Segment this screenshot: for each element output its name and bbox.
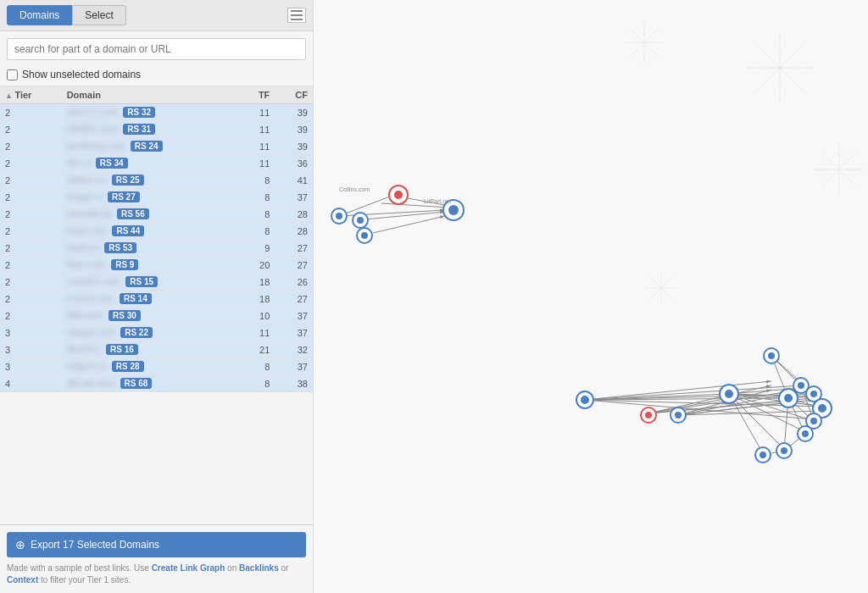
col-tf[interactable]: TF <box>239 86 275 104</box>
svg-rect-0 <box>291 10 303 12</box>
cell-cf: 27 <box>275 257 313 274</box>
table-row[interactable]: 2 creed11.com RS 15 18 26 <box>0 274 313 291</box>
table-row[interactable]: 3 fillot23.c RS 16 21 32 <box>0 341 313 358</box>
svg-rect-2 <box>291 19 303 20</box>
table-row[interactable]: 2 ooo171.com RS 32 11 39 <box>0 104 313 121</box>
cell-tier: 2 <box>0 138 62 155</box>
show-unselected-checkbox[interactable] <box>7 69 18 80</box>
svg-point-112 <box>781 447 787 454</box>
cell-tf: 18 <box>239 274 275 291</box>
cell-domain: napark.com RS 22 <box>62 324 239 341</box>
cell-cf: 28 <box>275 223 313 240</box>
cell-cf: 37 <box>275 308 313 324</box>
cell-cf: 37 <box>275 358 313 375</box>
svg-point-45 <box>361 232 368 239</box>
table-body: 2 ooo171.com RS 32 11 39 2 560691.com RS… <box>0 104 313 392</box>
cell-tier: 2 <box>0 308 62 324</box>
table-row[interactable]: 2 edition.co RS 25 8 41 <box>0 172 313 189</box>
cell-tier: 2 <box>0 155 62 172</box>
rs-badge: RS 32 <box>123 107 155 118</box>
footer-or: or <box>279 563 289 573</box>
table-row[interactable]: 2 draper.vl RS 27 8 37 <box>0 189 313 206</box>
backlinks-link[interactable]: Backlinks <box>239 563 279 573</box>
table-row[interactable]: 4 dldr.de.com RS 68 8 38 <box>0 375 313 392</box>
svg-point-94 <box>675 412 682 418</box>
table-row[interactable]: 3 milgon.co RS 28 8 37 <box>0 358 313 375</box>
rs-badge: RS 14 <box>120 293 152 304</box>
tab-select[interactable]: Select <box>72 5 125 25</box>
table-row[interactable]: 2 tupdl.com RS 44 8 28 <box>0 223 313 240</box>
table-row[interactable]: 2 domthing.com RS 24 11 39 <box>0 138 313 155</box>
domain-table: Tier Domain TF CF 2 ooo171.com RS 32 11 … <box>0 86 313 392</box>
cell-cf: 39 <box>275 121 313 138</box>
svg-point-98 <box>768 352 775 359</box>
cell-tier: 2 <box>0 223 62 240</box>
tab-domains[interactable]: Domains <box>7 5 72 25</box>
cell-tier: 3 <box>0 358 62 375</box>
table-row[interactable]: 3 napark.com RS 22 11 37 <box>0 324 313 341</box>
export-button[interactable]: ⊕ Export 17 Selected Domains <box>7 532 306 557</box>
cell-tier: 3 <box>0 341 62 358</box>
cell-tf: 11 <box>239 138 275 155</box>
cell-tf: 8 <box>239 206 275 223</box>
svg-point-96 <box>725 390 733 398</box>
svg-point-110 <box>802 430 809 437</box>
left-panel: Domains Select Show unselected domains T… <box>0 0 314 593</box>
svg-line-10 <box>773 85 780 91</box>
cell-tf: 8 <box>239 358 275 375</box>
cell-domain: ooo171.com RS 32 <box>62 104 239 121</box>
col-tier[interactable]: Tier <box>0 86 62 104</box>
table-row[interactable]: 2 aircoolk.dp RS 56 8 28 <box>0 206 313 223</box>
table-row[interactable]: 2 film.vi RS 34 11 36 <box>0 155 313 172</box>
svg-line-24 <box>834 152 839 157</box>
cell-tier: 2 <box>0 104 62 121</box>
cell-domain: creed11.com RS 15 <box>62 274 239 291</box>
col-cf[interactable]: CF <box>275 86 313 104</box>
show-unselected-label: Show unselected domains <box>22 69 141 80</box>
footer-suffix: to filter your Tier 1 sites. <box>38 575 131 585</box>
cell-cf: 37 <box>275 324 313 341</box>
table-row[interactable]: 2 fillto.com RS 30 10 37 <box>0 308 313 324</box>
create-link-graph-link[interactable]: Create Link Graph <box>152 563 225 573</box>
rs-badge: RS 31 <box>123 124 155 135</box>
col-domain[interactable]: Domain <box>62 86 239 104</box>
cell-tier: 2 <box>0 274 62 291</box>
cell-tf: 11 <box>239 104 275 121</box>
cell-tier: 3 <box>0 324 62 341</box>
cell-tf: 11 <box>239 324 275 341</box>
cell-cf: 38 <box>275 375 313 392</box>
table-row[interactable]: 2 fillan.com RS 9 20 27 <box>0 257 313 274</box>
cell-tf: 8 <box>239 375 275 392</box>
svg-point-90 <box>581 396 589 404</box>
svg-line-12 <box>756 61 763 68</box>
cell-domain: tupdl.com RS 44 <box>62 223 239 240</box>
table-row[interactable]: 2 cronell.com RS 14 18 27 <box>0 291 313 308</box>
cell-cf: 27 <box>275 240 313 257</box>
cell-tf: 11 <box>239 155 275 172</box>
export-label: Export 17 Selected Domains <box>31 539 159 551</box>
tab-buttons: Domains Select <box>7 5 126 25</box>
cell-domain: aircoolk.dp RS 56 <box>62 206 239 223</box>
rs-badge: RS 22 <box>120 327 153 338</box>
checkbox-row: Show unselected domains <box>0 67 313 86</box>
domain-table-wrapper: Tier Domain TF CF 2 ooo171.com RS 32 11 … <box>0 86 313 524</box>
cell-tier: 2 <box>0 206 62 223</box>
context-link[interactable]: Context <box>7 575 38 585</box>
export-icon: ⊕ <box>15 538 25 551</box>
svg-point-37 <box>448 205 459 215</box>
search-input[interactable] <box>7 38 306 60</box>
cell-domain: milgon.co RS 28 <box>62 358 239 375</box>
table-row[interactable]: 2 560691.com RS 31 11 39 <box>0 121 313 138</box>
cell-domain: film.vi RS 34 <box>62 155 239 172</box>
cell-tf: 8 <box>239 223 275 240</box>
footer-prefix: Made with a sample of best links. Use <box>7 563 152 573</box>
cell-tier: 2 <box>0 257 62 274</box>
table-row[interactable]: 2 tupdl.co RS 53 9 27 <box>0 240 313 257</box>
panel-toggle-icon[interactable] <box>287 8 306 23</box>
svg-point-92 <box>645 412 652 418</box>
cell-tier: 2 <box>0 121 62 138</box>
cell-tier: 2 <box>0 291 62 308</box>
cell-domain: fillan.com RS 9 <box>62 257 239 274</box>
network-graph: Collins.com LitPart.net <box>314 0 868 593</box>
svg-line-8 <box>773 44 780 51</box>
